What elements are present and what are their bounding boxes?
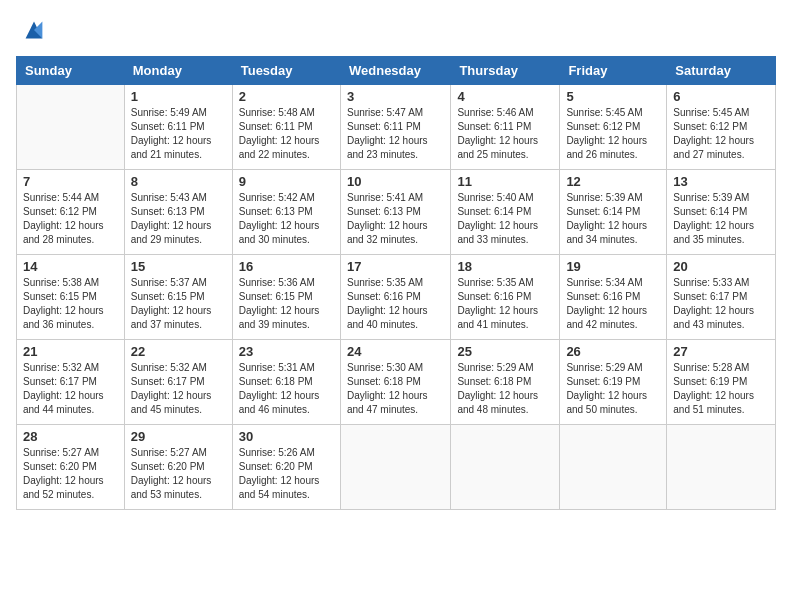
calendar-cell: 6Sunrise: 5:45 AMSunset: 6:12 PMDaylight… (667, 85, 776, 170)
day-number: 17 (347, 259, 444, 274)
calendar-cell: 24Sunrise: 5:30 AMSunset: 6:18 PMDayligh… (340, 340, 450, 425)
day-info: Sunrise: 5:35 AMSunset: 6:16 PMDaylight:… (457, 276, 553, 332)
column-header-sunday: Sunday (17, 57, 125, 85)
day-info: Sunrise: 5:38 AMSunset: 6:15 PMDaylight:… (23, 276, 118, 332)
day-info: Sunrise: 5:45 AMSunset: 6:12 PMDaylight:… (673, 106, 769, 162)
day-number: 27 (673, 344, 769, 359)
day-info: Sunrise: 5:47 AMSunset: 6:11 PMDaylight:… (347, 106, 444, 162)
day-info: Sunrise: 5:27 AMSunset: 6:20 PMDaylight:… (23, 446, 118, 502)
day-info: Sunrise: 5:37 AMSunset: 6:15 PMDaylight:… (131, 276, 226, 332)
day-info: Sunrise: 5:40 AMSunset: 6:14 PMDaylight:… (457, 191, 553, 247)
calendar-cell: 12Sunrise: 5:39 AMSunset: 6:14 PMDayligh… (560, 170, 667, 255)
day-info: Sunrise: 5:43 AMSunset: 6:13 PMDaylight:… (131, 191, 226, 247)
day-number: 19 (566, 259, 660, 274)
logo (16, 16, 48, 44)
calendar-cell: 1Sunrise: 5:49 AMSunset: 6:11 PMDaylight… (124, 85, 232, 170)
week-row-1: 7Sunrise: 5:44 AMSunset: 6:12 PMDaylight… (17, 170, 776, 255)
day-info: Sunrise: 5:36 AMSunset: 6:15 PMDaylight:… (239, 276, 334, 332)
column-header-monday: Monday (124, 57, 232, 85)
day-info: Sunrise: 5:28 AMSunset: 6:19 PMDaylight:… (673, 361, 769, 417)
calendar-cell: 26Sunrise: 5:29 AMSunset: 6:19 PMDayligh… (560, 340, 667, 425)
day-info: Sunrise: 5:26 AMSunset: 6:20 PMDaylight:… (239, 446, 334, 502)
calendar-cell: 5Sunrise: 5:45 AMSunset: 6:12 PMDaylight… (560, 85, 667, 170)
day-info: Sunrise: 5:39 AMSunset: 6:14 PMDaylight:… (673, 191, 769, 247)
calendar-cell: 19Sunrise: 5:34 AMSunset: 6:16 PMDayligh… (560, 255, 667, 340)
calendar-cell: 3Sunrise: 5:47 AMSunset: 6:11 PMDaylight… (340, 85, 450, 170)
calendar-cell: 20Sunrise: 5:33 AMSunset: 6:17 PMDayligh… (667, 255, 776, 340)
day-info: Sunrise: 5:48 AMSunset: 6:11 PMDaylight:… (239, 106, 334, 162)
calendar-cell: 18Sunrise: 5:35 AMSunset: 6:16 PMDayligh… (451, 255, 560, 340)
day-number: 15 (131, 259, 226, 274)
calendar-cell: 2Sunrise: 5:48 AMSunset: 6:11 PMDaylight… (232, 85, 340, 170)
calendar-body: 1Sunrise: 5:49 AMSunset: 6:11 PMDaylight… (17, 85, 776, 510)
day-number: 10 (347, 174, 444, 189)
calendar-cell: 9Sunrise: 5:42 AMSunset: 6:13 PMDaylight… (232, 170, 340, 255)
column-header-thursday: Thursday (451, 57, 560, 85)
day-number: 12 (566, 174, 660, 189)
calendar-cell (560, 425, 667, 510)
day-number: 28 (23, 429, 118, 444)
calendar-cell: 10Sunrise: 5:41 AMSunset: 6:13 PMDayligh… (340, 170, 450, 255)
calendar-cell: 8Sunrise: 5:43 AMSunset: 6:13 PMDaylight… (124, 170, 232, 255)
day-info: Sunrise: 5:39 AMSunset: 6:14 PMDaylight:… (566, 191, 660, 247)
day-number: 29 (131, 429, 226, 444)
day-number: 16 (239, 259, 334, 274)
calendar-cell: 21Sunrise: 5:32 AMSunset: 6:17 PMDayligh… (17, 340, 125, 425)
page-header (16, 16, 776, 44)
day-info: Sunrise: 5:30 AMSunset: 6:18 PMDaylight:… (347, 361, 444, 417)
day-number: 14 (23, 259, 118, 274)
column-header-tuesday: Tuesday (232, 57, 340, 85)
header-row: SundayMondayTuesdayWednesdayThursdayFrid… (17, 57, 776, 85)
day-info: Sunrise: 5:46 AMSunset: 6:11 PMDaylight:… (457, 106, 553, 162)
day-info: Sunrise: 5:32 AMSunset: 6:17 PMDaylight:… (23, 361, 118, 417)
day-info: Sunrise: 5:29 AMSunset: 6:19 PMDaylight:… (566, 361, 660, 417)
day-number: 30 (239, 429, 334, 444)
day-info: Sunrise: 5:44 AMSunset: 6:12 PMDaylight:… (23, 191, 118, 247)
day-info: Sunrise: 5:32 AMSunset: 6:17 PMDaylight:… (131, 361, 226, 417)
calendar-cell: 16Sunrise: 5:36 AMSunset: 6:15 PMDayligh… (232, 255, 340, 340)
calendar-cell: 11Sunrise: 5:40 AMSunset: 6:14 PMDayligh… (451, 170, 560, 255)
column-header-wednesday: Wednesday (340, 57, 450, 85)
logo-icon (20, 16, 48, 44)
day-number: 2 (239, 89, 334, 104)
calendar-header: SundayMondayTuesdayWednesdayThursdayFrid… (17, 57, 776, 85)
calendar-cell (667, 425, 776, 510)
day-number: 20 (673, 259, 769, 274)
calendar-cell: 13Sunrise: 5:39 AMSunset: 6:14 PMDayligh… (667, 170, 776, 255)
day-number: 21 (23, 344, 118, 359)
day-info: Sunrise: 5:29 AMSunset: 6:18 PMDaylight:… (457, 361, 553, 417)
day-number: 4 (457, 89, 553, 104)
day-number: 24 (347, 344, 444, 359)
calendar-cell: 17Sunrise: 5:35 AMSunset: 6:16 PMDayligh… (340, 255, 450, 340)
day-info: Sunrise: 5:35 AMSunset: 6:16 PMDaylight:… (347, 276, 444, 332)
column-header-saturday: Saturday (667, 57, 776, 85)
day-number: 6 (673, 89, 769, 104)
calendar-cell: 22Sunrise: 5:32 AMSunset: 6:17 PMDayligh… (124, 340, 232, 425)
calendar-cell: 30Sunrise: 5:26 AMSunset: 6:20 PMDayligh… (232, 425, 340, 510)
week-row-0: 1Sunrise: 5:49 AMSunset: 6:11 PMDaylight… (17, 85, 776, 170)
calendar-cell (17, 85, 125, 170)
day-info: Sunrise: 5:41 AMSunset: 6:13 PMDaylight:… (347, 191, 444, 247)
day-number: 7 (23, 174, 118, 189)
week-row-2: 14Sunrise: 5:38 AMSunset: 6:15 PMDayligh… (17, 255, 776, 340)
calendar-cell: 7Sunrise: 5:44 AMSunset: 6:12 PMDaylight… (17, 170, 125, 255)
day-info: Sunrise: 5:34 AMSunset: 6:16 PMDaylight:… (566, 276, 660, 332)
calendar-cell: 23Sunrise: 5:31 AMSunset: 6:18 PMDayligh… (232, 340, 340, 425)
calendar-cell (340, 425, 450, 510)
day-number: 5 (566, 89, 660, 104)
column-header-friday: Friday (560, 57, 667, 85)
day-info: Sunrise: 5:33 AMSunset: 6:17 PMDaylight:… (673, 276, 769, 332)
day-number: 3 (347, 89, 444, 104)
day-number: 9 (239, 174, 334, 189)
calendar-cell: 15Sunrise: 5:37 AMSunset: 6:15 PMDayligh… (124, 255, 232, 340)
calendar-cell (451, 425, 560, 510)
calendar-cell: 28Sunrise: 5:27 AMSunset: 6:20 PMDayligh… (17, 425, 125, 510)
calendar-cell: 29Sunrise: 5:27 AMSunset: 6:20 PMDayligh… (124, 425, 232, 510)
day-number: 23 (239, 344, 334, 359)
day-info: Sunrise: 5:27 AMSunset: 6:20 PMDaylight:… (131, 446, 226, 502)
week-row-3: 21Sunrise: 5:32 AMSunset: 6:17 PMDayligh… (17, 340, 776, 425)
day-number: 25 (457, 344, 553, 359)
day-number: 1 (131, 89, 226, 104)
calendar-cell: 25Sunrise: 5:29 AMSunset: 6:18 PMDayligh… (451, 340, 560, 425)
day-info: Sunrise: 5:49 AMSunset: 6:11 PMDaylight:… (131, 106, 226, 162)
